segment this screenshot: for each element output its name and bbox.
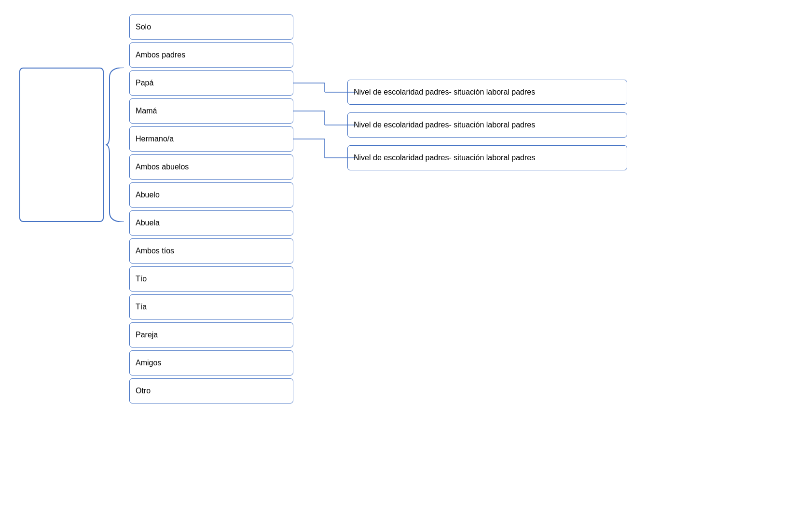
sub-box-label-1: Nivel de escolaridad padres- situación l… xyxy=(354,121,535,129)
option-label-7: Abuela xyxy=(136,219,160,227)
question-box xyxy=(19,68,104,222)
option-box-6: Abuelo xyxy=(129,182,293,208)
option-label-10: Tía xyxy=(136,303,147,311)
option-label-4: Hermano/a xyxy=(136,135,174,143)
option-label-5: Ambos abuelos xyxy=(136,163,189,171)
option-label-0: Solo xyxy=(136,23,151,31)
option-box-13: Otro xyxy=(129,378,293,403)
option-box-0: Solo xyxy=(129,14,293,40)
option-label-13: Otro xyxy=(136,387,151,395)
option-box-3: Mamá xyxy=(129,98,293,124)
sub-box-2: Nivel de escolaridad padres- situación l… xyxy=(347,145,627,170)
option-box-8: Ambos tíos xyxy=(129,238,293,264)
option-label-12: Amigos xyxy=(136,359,161,367)
option-box-9: Tío xyxy=(129,266,293,292)
sub-box-label-0: Nivel de escolaridad padres- situación l… xyxy=(354,88,535,97)
sub-boxes-column: Nivel de escolaridad padres- situación l… xyxy=(347,80,637,170)
option-label-11: Pareja xyxy=(136,331,158,339)
options-column: SoloAmbos padresPapáMamáHermano/aAmbos a… xyxy=(129,14,298,403)
option-box-10: Tía xyxy=(129,294,293,320)
option-label-8: Ambos tíos xyxy=(136,247,174,255)
option-box-12: Amigos xyxy=(129,350,293,375)
option-box-11: Pareja xyxy=(129,322,293,347)
option-box-4: Hermano/a xyxy=(129,126,293,152)
brace-connector xyxy=(105,68,126,222)
option-box-1: Ambos padres xyxy=(129,42,293,68)
option-label-1: Ambos padres xyxy=(136,51,185,59)
sub-box-1: Nivel de escolaridad padres- situación l… xyxy=(347,112,627,138)
option-label-2: Papá xyxy=(136,79,153,87)
sub-box-0: Nivel de escolaridad padres- situación l… xyxy=(347,80,627,105)
diagram-container: SoloAmbos padresPapáMamáHermano/aAmbos a… xyxy=(10,10,801,502)
option-label-9: Tío xyxy=(136,275,147,283)
option-box-7: Abuela xyxy=(129,210,293,236)
option-box-2: Papá xyxy=(129,70,293,96)
option-label-6: Abuelo xyxy=(136,191,160,199)
sub-box-label-2: Nivel de escolaridad padres- situación l… xyxy=(354,153,535,162)
option-label-3: Mamá xyxy=(136,107,157,115)
connector-lines xyxy=(293,14,356,304)
option-box-5: Ambos abuelos xyxy=(129,154,293,180)
